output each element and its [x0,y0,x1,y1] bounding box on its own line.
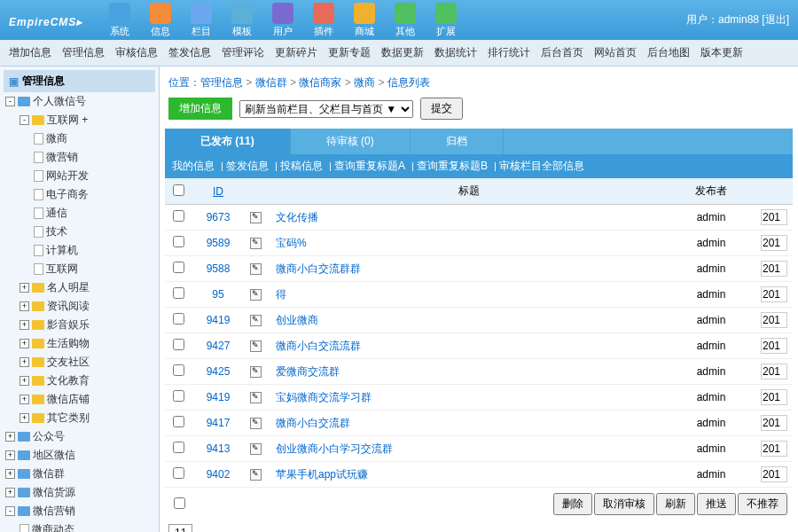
tree-item-通信[interactable]: 通信 [46,206,67,221]
edit-icon[interactable] [250,392,262,403]
breadcrumb-微商[interactable]: 微商 [354,76,375,89]
tree-item-微信群[interactable]: 微信群 [33,466,65,481]
edit-icon[interactable] [250,289,262,301]
refresh-select[interactable]: 刷新当前栏目、父栏目与首页 ▼ [239,100,413,118]
tree-toggle-icon[interactable]: + [5,432,15,442]
row-checkbox[interactable] [173,467,184,479]
action-刷新[interactable]: 刷新 [656,493,695,515]
tree-item-互联网[interactable]: 互联网 [46,262,78,277]
subnav-管理信息[interactable]: 管理信息 [62,45,105,60]
row-date-input[interactable] [761,389,787,405]
tree-item-微信营销[interactable]: 微信营销 [33,504,75,519]
tree-item-微信店铺[interactable]: 微信店铺 [47,392,90,407]
tree-toggle-icon[interactable]: - [5,506,15,516]
action-推送[interactable]: 推送 [697,493,736,515]
subnav-版本更新[interactable]: 版本更新 [700,45,743,60]
tree-item-互联网[interactable]: 互联网 + [47,113,88,128]
nav-系统[interactable]: 系统 [100,1,139,40]
nav-插件[interactable]: 插件 [304,1,343,40]
tree-item-文化教育[interactable]: 文化教育 [47,373,90,388]
row-id[interactable]: 9589 [207,237,231,249]
row-date-input[interactable] [761,235,787,251]
action-不推荐[interactable]: 不推荐 [738,493,787,515]
row-date-input[interactable] [761,261,787,277]
add-info-button[interactable]: 增加信息 [168,98,232,120]
tree-toggle-icon[interactable]: + [20,301,29,311]
row-id[interactable]: 9588 [207,262,231,275]
subnav-后台地图[interactable]: 后台地图 [647,45,690,60]
tree-toggle-icon[interactable]: - [20,115,29,125]
row-id[interactable]: 9427 [207,340,231,352]
subnav-管理评论[interactable]: 管理评论 [222,45,264,60]
edit-icon[interactable] [250,443,262,455]
row-title-link[interactable]: 创业微商小白学习交流群 [276,442,393,455]
breadcrumb-微信群[interactable]: 微信群 [255,76,287,89]
row-checkbox[interactable] [173,236,184,247]
username-link[interactable]: admin88 [718,13,759,26]
row-title-link[interactable]: 宝妈微商交流学习群 [276,391,372,403]
tree-toggle-icon[interactable]: + [5,488,15,497]
row-title-link[interactable]: 微商小白交流群 [276,417,350,429]
row-id[interactable]: 9402 [207,468,231,481]
tree-item-技术[interactable]: 技术 [46,224,67,239]
tree-toggle-icon[interactable]: + [5,450,15,460]
filter-签发信息[interactable]: 签发信息 [226,160,269,172]
edit-icon[interactable] [250,469,262,481]
tree-toggle-icon[interactable]: + [5,469,15,479]
col-id[interactable]: ID [213,185,223,198]
row-date-input[interactable] [761,312,787,328]
row-date-input[interactable] [761,415,787,431]
row-id[interactable]: 9673 [207,211,231,223]
row-title-link[interactable]: 得 [276,288,286,301]
row-date-input[interactable] [761,441,787,457]
breadcrumb-微信商家[interactable]: 微信商家 [299,76,341,89]
row-id[interactable]: 9417 [207,417,231,429]
filter-我的信息[interactable]: 我的信息 [172,160,215,172]
row-checkbox[interactable] [173,262,184,273]
tree-item-网站开发[interactable]: 网站开发 [46,168,89,184]
subnav-增加信息[interactable]: 增加信息 [9,45,51,60]
row-checkbox[interactable] [173,416,184,427]
subnav-更新碎片[interactable]: 更新碎片 [275,45,317,60]
row-title-link[interactable]: 创业微商 [276,314,318,326]
edit-icon[interactable] [250,238,262,249]
tree-item-微营销[interactable]: 微营销 [46,150,78,165]
subnav-数据统计[interactable]: 数据统计 [434,45,477,60]
tree-item-微商动态[interactable]: 微商动态 [32,522,74,532]
subnav-审核信息[interactable]: 审核信息 [115,45,158,60]
tree-item-地区微信[interactable]: 地区微信 [33,448,75,463]
edit-icon[interactable] [250,263,262,275]
row-checkbox[interactable] [173,313,184,325]
row-id[interactable]: 9413 [207,442,231,455]
row-checkbox[interactable] [173,287,184,299]
row-id[interactable]: 9419 [207,314,231,326]
submit-button[interactable]: 提交 [420,98,463,120]
edit-icon[interactable] [250,418,262,429]
nav-其他[interactable]: 其他 [386,1,425,40]
tab-已发布 (11)[interactable]: 已发布 (11) [165,129,291,154]
row-title-link[interactable]: 爱微商交流群 [276,365,340,378]
tree-item-生活购物[interactable]: 生活购物 [47,336,90,351]
tree-toggle-icon[interactable]: + [20,413,29,423]
nav-扩展[interactable]: 扩展 [426,1,466,40]
tab-归档[interactable]: 归档 [411,129,504,154]
row-date-input[interactable] [761,466,787,482]
tree-item-电子商务[interactable]: 电子商务 [46,187,89,202]
row-checkbox[interactable] [173,364,184,376]
row-date-input[interactable] [761,209,787,225]
subnav-后台首页[interactable]: 后台首页 [541,45,583,60]
tree-item-交友社区[interactable]: 交友社区 [47,355,90,370]
nav-商城[interactable]: 商城 [345,1,384,40]
nav-栏目[interactable]: 栏目 [182,1,221,40]
action-取消审核[interactable]: 取消审核 [594,493,654,515]
row-checkbox[interactable] [173,339,184,350]
filter-审核栏目全部信息[interactable]: 审核栏目全部信息 [499,160,584,172]
tree-item-资讯阅读[interactable]: 资讯阅读 [47,299,90,314]
page-number[interactable]: 11 [168,524,192,532]
tree-item-影音娱乐[interactable]: 影音娱乐 [47,317,90,332]
tree-item-微商[interactable]: 微商 [46,131,67,146]
tree-item-其它类别[interactable]: 其它类别 [47,411,90,426]
row-title-link[interactable]: 苹果手机app试玩赚 [276,468,368,481]
row-checkbox[interactable] [173,442,184,453]
breadcrumb-管理信息[interactable]: 管理信息 [200,76,243,89]
